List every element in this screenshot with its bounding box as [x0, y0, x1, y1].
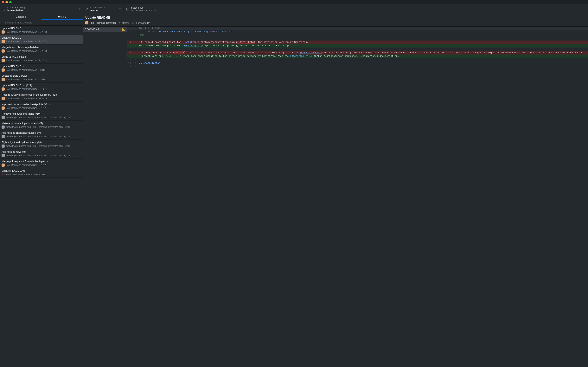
- diff-line: [138, 58, 588, 61]
- commit-item[interactable]: Update READMEPaul Redmond committed Jan …: [0, 35, 83, 45]
- repo-name: laravel-twbs4: [7, 9, 25, 12]
- compare-branch-input[interactable]: Select Branch to Compare...: [0, 20, 83, 25]
- tab-history[interactable]: History: [41, 14, 83, 20]
- sidebar-tabs: Changes History: [0, 14, 83, 20]
- fetch-button[interactable]: Fetch origin Last fetched Jan 18, 2018: [124, 4, 158, 14]
- commit-item-meta-text: Paul Redmond committed Nov 8, 2017: [6, 164, 46, 167]
- avatar: [1, 164, 5, 167]
- commit-item-meta: Paul Redmond committed Jan 18, 2018: [1, 30, 81, 33]
- avatar: [1, 30, 5, 33]
- diff-line-add: +A Laravel frontend preset for [Bootstra…: [138, 44, 588, 48]
- commit-title: Update README: [85, 16, 586, 19]
- commit-item-meta-text: Paul Redmond committed Jan 1, 2018: [6, 78, 45, 81]
- sidebar: Changes History Select Branch to Compare…: [0, 14, 83, 367]
- commit-item-meta: Paul Redmond committed Dec 27, 2017: [1, 87, 81, 91]
- commit-item-meta-text: mattdfloyd authored and Paul Redmond com…: [6, 154, 72, 157]
- commit-item-meta: Paul Redmond committed Jan 1, 2018: [1, 68, 81, 72]
- commit-item-title: Update README.md (#21): [1, 84, 81, 87]
- commit-item-meta-text: Brendan Bullen committed Nov 8, 2017: [6, 173, 46, 176]
- fetch-status: Last fetched Jan 18, 2018: [131, 9, 156, 12]
- commit-author: Paul Redmond committed: [90, 22, 116, 24]
- branch-icon: [1, 22, 4, 24]
- branch-icon: [85, 8, 88, 11]
- avatar: [1, 97, 5, 100]
- diff-line: [138, 37, 588, 41]
- avatar: [1, 87, 5, 91]
- diff-line-add: +Current version: `^4.0.0`. To learn mor…: [138, 55, 588, 58]
- commit-item-meta: Paul Redmond committed Nov 10, 2017: [1, 97, 81, 100]
- commit-item-meta: Paul Redmond committed Nov 8, 2017: [1, 107, 81, 110]
- commit-item-meta-text: Paul Redmond committed Jan 18, 2018: [6, 59, 47, 62]
- file-name: README.md: [85, 28, 99, 31]
- commit-item[interactable]: Merge pull request #5 from bullenb/patch…: [0, 159, 83, 168]
- commit-item-meta-text: mattdfloyd authored and Paul Redmond com…: [6, 116, 72, 119]
- commit-sha: a6fd262: [122, 22, 130, 25]
- maximize-icon[interactable]: [9, 1, 12, 3]
- commit-item-title: Remove font awesome icons (#10): [1, 112, 81, 115]
- commit-list[interactable]: Update READMEPaul Redmond committed Jan …: [0, 25, 83, 367]
- commit-item[interactable]: Add missing rows (#8)mattdfloyd authored…: [0, 149, 83, 159]
- diff-line-del: -A Laravel frontend preset for [Bootstra…: [138, 41, 588, 44]
- commit-item[interactable]: Merge branch 'bootstrap-4-stable'Paul Re…: [0, 45, 83, 54]
- commit-item[interactable]: Make error formatting consistent (#9)mat…: [0, 121, 83, 130]
- file-item[interactable]: README.md: [83, 26, 127, 32]
- commit-item-meta: Paul Redmond committed Jan 18, 2018: [1, 40, 81, 43]
- toolbar: Current Repository laravel-twbs4 Current…: [0, 4, 588, 14]
- branch-name: master: [90, 9, 105, 12]
- commit-item-meta-text: Paul Redmond committed Nov 10, 2017: [6, 97, 47, 100]
- close-icon[interactable]: [1, 1, 4, 3]
- commit-item-title: Update README.md: [1, 65, 81, 68]
- avatar: [1, 173, 5, 176]
- commit-item-meta: mattdfloyd authored and Paul Redmond com…: [1, 135, 81, 138]
- commit-item[interactable]: Add missing checkbox classes (#7)mattdfl…: [0, 130, 83, 140]
- commit-item-meta-text: Paul Redmond committed Dec 27, 2017: [6, 88, 47, 90]
- commit-item-title: Update README: [1, 27, 81, 30]
- commit-item[interactable]: Update README.mdPaul Redmond committed J…: [0, 64, 83, 73]
- commit-item[interactable]: Update README.md (#21)Paul Redmond commi…: [0, 83, 83, 92]
- modified-icon: [122, 28, 125, 31]
- tab-changes[interactable]: Changes: [0, 14, 41, 20]
- commit-item[interactable]: Bootstrap Beta 3 (#23)Paul Redmond commi…: [0, 73, 83, 83]
- avatar: [1, 50, 5, 53]
- diff-view[interactable]: @@ -4,9 +4,9 @@ 44 <img src="/screenshot…: [127, 26, 588, 367]
- commit-item-title: Add missing checkbox classes (#7): [1, 131, 81, 134]
- commit-item[interactable]: Bump to v4.0.0 stablePaul Redmond commit…: [0, 54, 83, 64]
- diff-line: ## Installation: [138, 61, 588, 65]
- repo-label: Current Repository: [7, 6, 25, 9]
- commit-item[interactable]: Update README.mdBrendan Bullen committed…: [0, 168, 83, 178]
- commit-item-title: Make error formatting consistent (#9): [1, 122, 81, 125]
- commit-item-title: Add missing rows (#8): [1, 150, 81, 153]
- chevron-down-icon: [119, 8, 121, 10]
- changed-files: 1 changed file: [136, 22, 150, 25]
- commit-item-meta: Paul Redmond committed Jan 18, 2018: [1, 50, 81, 53]
- avatar: [1, 116, 5, 119]
- branch-label: Current Branch: [90, 6, 105, 9]
- avatar: [1, 154, 5, 157]
- commit-detail: Update README Paul Redmond committed a6f…: [83, 14, 588, 367]
- diff-line-del: -Current version: `^4.0.0-beta.3`. To le…: [138, 51, 588, 55]
- avatar: [1, 40, 5, 43]
- avatar: [1, 107, 5, 110]
- commit-item[interactable]: Improve form responsive breakpoints (#11…: [0, 102, 83, 111]
- minimize-icon[interactable]: [5, 1, 8, 3]
- commit-item-meta: mattdfloyd authored and Paul Redmond com…: [1, 144, 81, 148]
- commit-item[interactable]: Update READMEPaul Redmond committed Jan …: [0, 25, 83, 35]
- commit-item[interactable]: Require jQuery slim instead of the full …: [0, 92, 83, 102]
- window-titlebar: [0, 0, 588, 4]
- commit-item-meta-text: mattdfloyd authored and Paul Redmond com…: [6, 126, 72, 128]
- avatar: [1, 68, 5, 72]
- avatar: [1, 125, 5, 129]
- commit-item[interactable]: Remove font awesome icons (#10)mattdfloy…: [0, 111, 83, 121]
- commit-item[interactable]: Right align the dropdown menu (#6)mattdf…: [0, 140, 83, 149]
- commit-item-meta: mattdfloyd authored and Paul Redmond com…: [1, 116, 81, 119]
- commit-item-meta-text: Paul Redmond committed Jan 18, 2018: [6, 50, 47, 52]
- commit-item-meta: mattdfloyd authored and Paul Redmond com…: [1, 125, 81, 129]
- commit-summary: Paul Redmond committed a6fd262 1 changed…: [83, 20, 588, 26]
- commit-item-title: Require jQuery slim instead of the full …: [1, 93, 81, 96]
- file-list: README.md: [83, 26, 127, 367]
- commit-item-meta: Paul Redmond committed Nov 8, 2017: [1, 164, 81, 167]
- repo-selector[interactable]: Current Repository laravel-twbs4: [0, 4, 83, 14]
- branch-selector[interactable]: Current Branch master: [83, 4, 124, 14]
- avatar: [1, 78, 5, 81]
- diff-line: [138, 48, 588, 51]
